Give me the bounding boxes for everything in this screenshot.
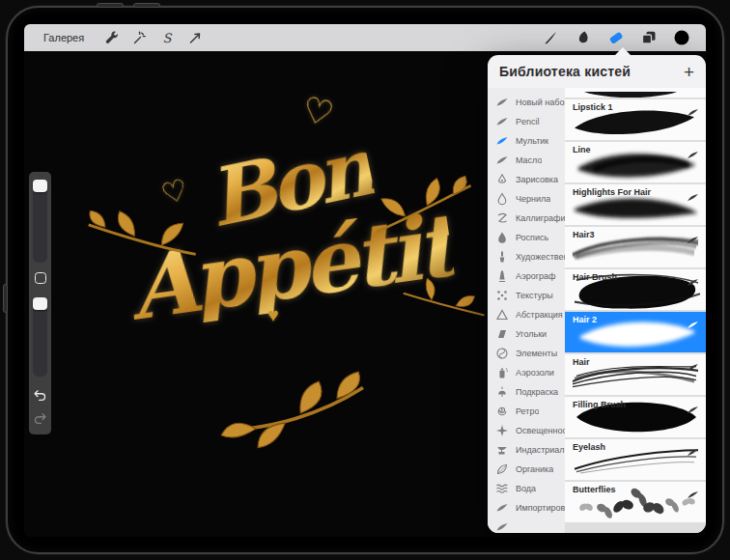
brush-row[interactable]: Filling Brush: [565, 397, 706, 437]
layers-tool-button[interactable]: [632, 26, 665, 49]
brush-set-item[interactable]: Художественные: [488, 247, 565, 266]
magic-wand-icon: [130, 29, 148, 46]
brush-signature-icon: [687, 316, 699, 324]
brush-row[interactable]: Highlights For Hair: [565, 184, 706, 225]
brush-set-item[interactable]: Освещенность: [488, 421, 565, 440]
leaf-ornament-right: [368, 175, 482, 240]
brush-set-label: Освещенность: [516, 426, 565, 435]
brush-set-item[interactable]: Ретро: [488, 402, 565, 421]
actions-tool-button[interactable]: [98, 26, 125, 49]
stroke-icon: [495, 96, 509, 109]
brush-set-item[interactable]: Масло: [488, 151, 565, 170]
ipad-device: Галерея S ♡ ♡ Bon Appétit ♥: [6, 6, 724, 554]
brush-row[interactable]: Eyelash: [565, 439, 706, 480]
brush-set-item[interactable]: Импортировано: [488, 498, 565, 518]
brush-row[interactable]: Hair3: [565, 227, 706, 267]
volume-up-button: [97, 3, 124, 8]
transform-tool-button[interactable]: [182, 26, 209, 49]
stroke-icon: [495, 501, 509, 515]
opacity-handle[interactable]: [33, 297, 47, 310]
brush-set-item[interactable]: Аэрограф: [488, 266, 565, 286]
quill-z-icon: [495, 211, 509, 225]
brush-set-item[interactable]: Аэрозоли: [488, 363, 565, 382]
smudge-tool-button[interactable]: [567, 26, 600, 49]
spray-can-icon: [495, 366, 509, 379]
brush-name: Filling Brush: [573, 400, 626, 409]
brush-list: Lipstick 1LineHighlights For HairHair3Ha…: [565, 88, 706, 533]
brush-signature-icon: [687, 273, 699, 282]
brush-set-label: Ретро: [516, 406, 539, 416]
brush-set-item[interactable]: Вода: [488, 479, 565, 498]
wrench-icon: [102, 29, 120, 46]
brush-set-label: Pencil: [516, 117, 540, 126]
brush-set-item[interactable]: Каллиграфия: [488, 209, 565, 228]
brush-signature-icon: [687, 401, 699, 409]
brush-row[interactable]: Hair: [565, 354, 706, 395]
paintbrush-stroke-icon: [542, 29, 559, 46]
panel-header: Библиотека кистей +: [488, 55, 706, 88]
brush-set-item[interactable]: Чернила: [488, 189, 565, 209]
texture-dots-icon: [495, 289, 509, 302]
undo-button[interactable]: [31, 386, 49, 404]
brush-signature-icon: [687, 443, 699, 452]
airbrush-icon: [495, 269, 509, 283]
brush-set-item[interactable]: Мультик: [488, 131, 565, 151]
brush-set-list: Новый наборPencilМультикМаслоЗарисовкаЧе…: [488, 88, 565, 533]
add-brush-button[interactable]: +: [684, 63, 694, 81]
brush-signature-icon: [687, 486, 699, 494]
brush-set-item[interactable]: Зарисовка: [488, 170, 565, 189]
brush-name: Hair: [573, 357, 590, 367]
brush-row[interactable]: Lipstick 1: [565, 99, 706, 140]
brush-set-item[interactable]: Pencil: [488, 112, 565, 131]
brush-row[interactable]: Butterflies: [565, 482, 706, 522]
paintbrush-icon: [495, 250, 509, 264]
modify-button[interactable]: [35, 272, 46, 284]
stroke-icon: [495, 154, 509, 167]
brush-set-item[interactable]: Абстракция: [488, 305, 565, 324]
brush-set-item[interactable]: Органика: [488, 460, 565, 479]
erase-tool-button[interactable]: [600, 26, 632, 49]
brush-set-label: Аэрограф: [516, 271, 556, 281]
brush-set-item[interactable]: Новый набор: [488, 93, 565, 112]
charcoal-icon: [495, 327, 509, 341]
brush-name: Hair Brush: [573, 272, 617, 282]
brush-set-item[interactable]: Индастриал: [488, 440, 565, 460]
leaf-icon: [495, 462, 509, 476]
sparkle-icon: [495, 424, 509, 437]
canvas-sidebar: [29, 172, 51, 434]
water-waves-icon: [495, 482, 509, 495]
color-tool-button[interactable]: [665, 26, 698, 49]
paint-tool-button[interactable]: [534, 26, 567, 49]
elements-circle-icon: [495, 347, 509, 360]
selection-tool-button[interactable]: S: [154, 26, 181, 49]
brush-set-item[interactable]: Роспись: [488, 228, 565, 247]
brush-set-item[interactable]: Элементы: [488, 344, 565, 363]
smudge-finger-icon: [575, 29, 592, 46]
brush-set-label: Индастриал: [516, 445, 565, 455]
brush-set-label: Элементы: [516, 349, 557, 358]
triangle-icon: [495, 308, 509, 322]
brush-signature-icon: [687, 188, 699, 197]
brush-set-label: Текстуры: [516, 291, 553, 300]
brush-set-label: Масло: [516, 155, 542, 165]
screen: Галерея S ♡ ♡ Bon Appétit ♥: [24, 24, 706, 537]
stroke-icon: [495, 134, 509, 148]
brush-set-item[interactable]: Подкраска: [488, 382, 565, 402]
brush-row[interactable]: Hair Brush: [565, 269, 706, 310]
redo-button[interactable]: [31, 409, 49, 427]
leaf-ornament-bottom: [210, 359, 379, 457]
brush-row[interactable]: Line: [565, 142, 706, 182]
brush-library-panel: Библиотека кистей + Новый наборPencilМул…: [488, 55, 706, 533]
brush-name: Hair 2: [573, 315, 597, 324]
brush-row[interactable]: Hair 2: [565, 312, 706, 352]
brush-name: Hair3: [573, 230, 595, 239]
gallery-button[interactable]: Галерея: [43, 32, 84, 43]
brush-signature-icon: [687, 103, 699, 112]
artwork-bon-appetit: ♡ ♡ Bon Appétit ♥: [24, 51, 512, 537]
brush-set-item[interactable]: Текстуры: [488, 286, 565, 305]
brush-set-label: Импортировано: [516, 503, 565, 513]
droplet-filled-icon: [495, 231, 509, 244]
brush-set-item[interactable]: Угольки: [488, 324, 565, 344]
adjustments-tool-button[interactable]: [126, 26, 153, 49]
brush-size-handle[interactable]: [33, 180, 47, 192]
